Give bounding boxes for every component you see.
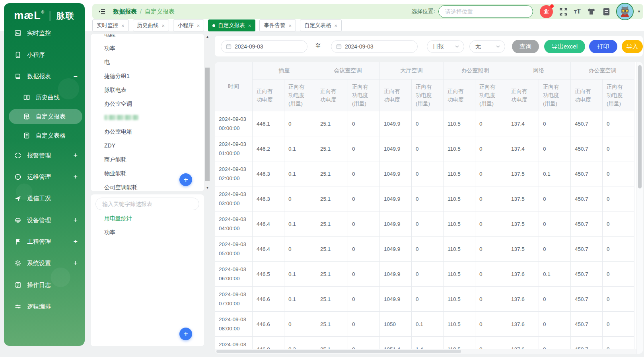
- cell-value: 0: [412, 287, 444, 312]
- tab-close-icon[interactable]: ×: [248, 23, 251, 29]
- calendar-icon: [336, 44, 342, 49]
- scroll-down-icon[interactable]: ▼: [204, 186, 210, 190]
- add-report-button[interactable]: +: [179, 328, 192, 340]
- collapse-minus[interactable]: −: [73, 72, 78, 81]
- sidebar-item-system-settings[interactable]: 系统设置 +: [9, 256, 82, 271]
- query-button[interactable]: 查询: [512, 40, 539, 53]
- group-item-dian[interactable]: 电: [104, 59, 110, 67]
- tab-close-icon[interactable]: ×: [197, 23, 200, 29]
- group-list-scrollbar[interactable]: ▲ ▼: [204, 34, 210, 191]
- expand-plus[interactable]: +: [73, 151, 78, 160]
- tab-custom-table[interactable]: 自定义表格×: [300, 19, 342, 31]
- sidebar-item-label: 操作日志: [27, 281, 51, 289]
- cell-value: 0: [412, 161, 444, 186]
- report-item-power[interactable]: 功率: [104, 229, 115, 236]
- sidebar-item-operation-log[interactable]: 操作日志: [9, 277, 82, 293]
- columns-icon: [23, 94, 30, 101]
- sidebar-item-history-curve[interactable]: 历史曲线: [9, 90, 82, 105]
- group-item-redacted[interactable]: [104, 115, 138, 120]
- sidebar-item-logic-orchestration[interactable]: 逻辑编排: [9, 299, 82, 314]
- cell-value: 0: [475, 111, 507, 136]
- sidebar-item-device-management[interactable]: 设备管理 +: [9, 213, 82, 228]
- cell-value: 0: [284, 186, 316, 211]
- logo-divider: │: [48, 11, 53, 20]
- sidebar-item-custom-table[interactable]: 自定义表格: [9, 128, 82, 143]
- collapse-menu-icon[interactable]: [98, 7, 107, 16]
- sidebar-item-ops-management[interactable]: 运维管理 +: [9, 169, 82, 184]
- font-size-icon[interactable]: TT: [574, 8, 581, 16]
- period-select[interactable]: 日报: [427, 40, 464, 53]
- table-vertical-scrollbar[interactable]: [636, 62, 643, 354]
- sidebar-item-custom-report[interactable]: 自定义报表: [9, 109, 82, 124]
- group-item-company-ac-energy[interactable]: 公司空调能耗: [104, 184, 138, 191]
- group-item-dianneng[interactable]: 电能: [104, 34, 115, 39]
- cell-value: 450.7: [571, 211, 603, 237]
- sidebar-item-communication-status[interactable]: 通信工况: [9, 191, 82, 206]
- report-filter-panel: 用电量统计 功率 +: [91, 194, 204, 346]
- add-group-button[interactable]: +: [179, 173, 192, 186]
- compass-icon: [14, 173, 21, 180]
- tab-history-curve[interactable]: 历史曲线×: [133, 19, 169, 31]
- tab-miniapp[interactable]: 小程序×: [173, 19, 204, 31]
- group-item-jiede-group1[interactable]: 捷德分组1: [104, 73, 130, 81]
- group-item-merchant-energy[interactable]: 商户能耗: [104, 156, 126, 164]
- cell-value: 0: [475, 186, 507, 211]
- cell-value: 0: [348, 262, 380, 287]
- cell-value: 0: [348, 312, 380, 337]
- tab-label: 实时监控: [97, 22, 118, 29]
- expand-plus[interactable]: +: [73, 238, 78, 246]
- group-item-property-energy[interactable]: 物业能耗: [104, 170, 126, 178]
- cell-value: 0: [603, 237, 634, 262]
- group-item-zdy[interactable]: ZDY: [104, 142, 115, 150]
- log-notebook-icon: [14, 281, 21, 289]
- tab-close-icon[interactable]: ×: [288, 23, 292, 29]
- tab-event-alarm[interactable]: 事件告警×: [259, 19, 296, 31]
- mode-select[interactable]: 无: [469, 40, 505, 53]
- expand-plus[interactable]: +: [73, 259, 78, 268]
- group-item-gonglv[interactable]: 功率: [104, 45, 115, 53]
- theme-shirt-icon[interactable]: [587, 7, 596, 16]
- group-item-office-ac[interactable]: 办公室空调: [104, 101, 132, 109]
- group-item-mailian-meter[interactable]: 脉联电表: [104, 87, 126, 95]
- tab-close-icon[interactable]: ×: [121, 23, 125, 29]
- sidebar-item-realtime-monitor[interactable]: 实时监控: [9, 25, 82, 41]
- location-select-input[interactable]: [438, 5, 533, 18]
- date-from-input[interactable]: 2024-09-03: [221, 40, 307, 53]
- expand-plus[interactable]: +: [73, 173, 78, 181]
- tab-custom-report[interactable]: 自定义报表×: [208, 19, 255, 31]
- sidebar-item-alarm-management[interactable]: 报警管理 +: [9, 148, 82, 163]
- report-item-electricity-stats[interactable]: 用电量统计: [104, 215, 132, 222]
- sidebar-item-data-reports[interactable]: 数据报表 −: [9, 69, 82, 84]
- cell-time: 2024-09-03 04:00:00: [215, 211, 253, 237]
- cell-value: 450.7: [571, 262, 603, 287]
- document-file-icon[interactable]: [602, 7, 611, 16]
- import-button[interactable]: 导入: [622, 40, 643, 53]
- cell-value: 25.1: [316, 186, 348, 211]
- print-button[interactable]: 打印: [589, 40, 617, 53]
- scrollbar-thumb[interactable]: [205, 68, 210, 181]
- tab-close-icon[interactable]: ×: [334, 23, 337, 29]
- table-horizontal-scrollbar[interactable]: [215, 349, 636, 354]
- expand-plus[interactable]: +: [73, 216, 78, 225]
- scrollbar-thumb[interactable]: [216, 350, 461, 353]
- tab-realtime-monitor[interactable]: 实时监控×: [92, 19, 129, 31]
- scrollbar-thumb[interactable]: [638, 65, 642, 188]
- export-excel-button[interactable]: 导出excel: [544, 40, 585, 53]
- breadcrumb-root[interactable]: 数据报表: [113, 8, 137, 16]
- sidebar-item-project-management[interactable]: 工程管理 +: [9, 234, 82, 249]
- bug-report-button[interactable]: [540, 5, 553, 18]
- scroll-up-icon[interactable]: ▲: [204, 35, 210, 39]
- report-search-input[interactable]: [95, 198, 199, 210]
- group-item-office-box[interactable]: 办公室电箱: [104, 128, 132, 136]
- tab-label: 自定义报表: [218, 22, 245, 29]
- table-row: 2024-09-03 01:00:00 446.2 0.1 25.1 0 104…: [215, 136, 634, 161]
- user-menu-caret-icon[interactable]: ▼: [637, 10, 641, 14]
- sidebar-item-miniapp[interactable]: 小程序: [9, 47, 82, 62]
- cell-value: 1050: [380, 312, 412, 337]
- date-to-input[interactable]: 2024-09-03: [331, 40, 418, 53]
- tab-close-icon[interactable]: ×: [162, 23, 165, 29]
- fullscreen-icon[interactable]: [559, 7, 568, 16]
- user-avatar[interactable]: [616, 3, 634, 20]
- tab-label: 历史曲线: [137, 22, 159, 29]
- calendar-icon: [226, 44, 232, 49]
